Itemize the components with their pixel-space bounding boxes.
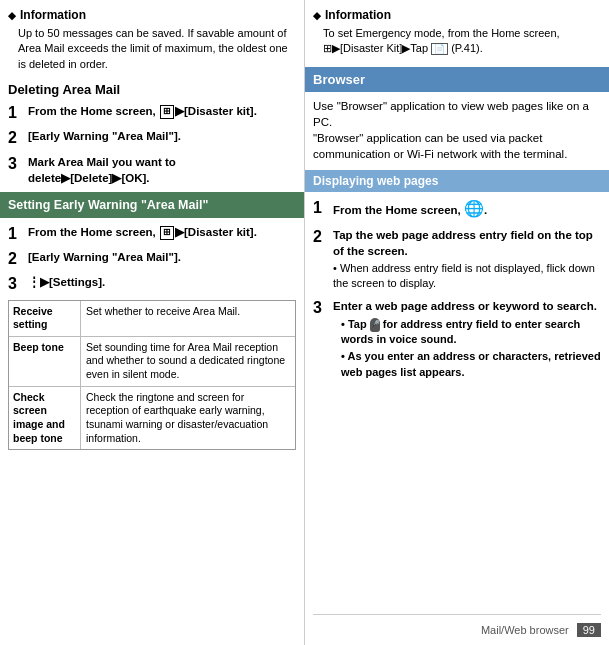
- step-delete-3-text: Mark Area Mail you want to delete▶[Delet…: [28, 154, 296, 186]
- bullet-2: As you enter an address or characters, r…: [341, 349, 601, 380]
- mic-icon: 🎤: [370, 318, 380, 332]
- bullet-1: Tap 🎤 for address entry field to enter s…: [341, 317, 601, 348]
- step-set-3-text: ⋮▶[Settings].: [28, 274, 296, 291]
- home-icon: ⊞: [160, 105, 174, 119]
- table-cell-check-value: Check the ringtone and screen for recept…: [81, 387, 295, 450]
- diamond-icon-left: ◆: [8, 10, 16, 21]
- step-browser-2-sub: • When address entry field is not displa…: [333, 261, 601, 292]
- step-delete-1: 1 From the Home screen, ⊞▶[Disaster kit]…: [8, 103, 296, 122]
- step-set-3: 3 ⋮▶[Settings].: [8, 274, 296, 293]
- table-row-check: Check screen image and beep tone Check t…: [9, 387, 295, 450]
- step-set-2-text: [Early Warning "Area Mail"].: [28, 249, 296, 265]
- table-cell-beep-value: Set sounding time for Area Mail receptio…: [81, 337, 295, 386]
- step-browser-3: 3 Enter a web page address or keyword to…: [313, 298, 601, 383]
- right-info-body: To set Emergency mode, from the Home scr…: [313, 26, 601, 57]
- right-info-header: ◆ Information: [313, 8, 601, 22]
- display-header: Displaying web pages: [305, 170, 609, 192]
- left-info-text: Up to 50 messages can be saved. If savab…: [18, 26, 296, 72]
- home-icon-3: ⊞: [323, 42, 332, 54]
- page-number: 99: [577, 623, 601, 637]
- step-browser-2-text: Tap the web page address entry field on …: [333, 229, 593, 257]
- browser-body1: Use "Browser" application to view web pa…: [313, 98, 601, 162]
- step-set-2: 2 [Early Warning "Area Mail"].: [8, 249, 296, 268]
- left-info-header: ◆ Information: [8, 8, 296, 22]
- green-section-header: Setting Early Warning "Area Mail": [0, 192, 304, 218]
- step-delete-2: 2 [Early Warning "Area Mail"].: [8, 128, 296, 147]
- diamond-icon-right: ◆: [313, 10, 321, 21]
- step-browser-3-bullets: Tap 🎤 for address entry field to enter s…: [333, 317, 601, 381]
- footer: Mail/Web browser 99: [313, 614, 601, 637]
- left-info-title: Information: [20, 8, 86, 22]
- home-icon-2: ⊞: [160, 226, 174, 240]
- step-delete-3: 3 Mark Area Mail you want to delete▶[Del…: [8, 154, 296, 186]
- table-cell-beep-label: Beep tone: [9, 337, 81, 386]
- step-browser-3-text: Enter a web page address or keyword to s…: [333, 300, 597, 312]
- table-row-receive: Receive setting Set whether to receive A…: [9, 301, 295, 337]
- step-delete-2-text: [Early Warning "Area Mail"].: [28, 128, 296, 144]
- browser-icon: 🌐: [464, 200, 484, 217]
- table-row-beep: Beep tone Set sounding time for Area Mai…: [9, 337, 295, 387]
- right-column: ◆ Information To set Emergency mode, fro…: [305, 0, 609, 645]
- table-cell-check-label: Check screen image and beep tone: [9, 387, 81, 450]
- browser-header: Browser: [305, 67, 609, 92]
- right-info-text: To set Emergency mode, from the Home scr…: [323, 26, 601, 57]
- left-info-body: Up to 50 messages can be saved. If savab…: [8, 26, 296, 72]
- table-cell-receive-value: Set whether to receive Area Mail.: [81, 301, 295, 336]
- right-info-title: Information: [325, 8, 391, 22]
- green-section-title: Setting Early Warning "Area Mail": [8, 198, 208, 212]
- step-browser-2: 2 Tap the web page address entry field o…: [313, 227, 601, 292]
- step-browser-1: 1 From the Home screen, 🌐.: [313, 198, 601, 220]
- settings-table: Receive setting Set whether to receive A…: [8, 300, 296, 451]
- step-set-1: 1 From the Home screen, ⊞▶[Disaster kit]…: [8, 224, 296, 243]
- page-icon: 📄: [431, 43, 448, 55]
- footer-label: Mail/Web browser: [481, 624, 569, 636]
- left-column: ◆ Information Up to 50 messages can be s…: [0, 0, 305, 645]
- table-cell-receive-label: Receive setting: [9, 301, 81, 336]
- deleting-title: Deleting Area Mail: [8, 82, 296, 97]
